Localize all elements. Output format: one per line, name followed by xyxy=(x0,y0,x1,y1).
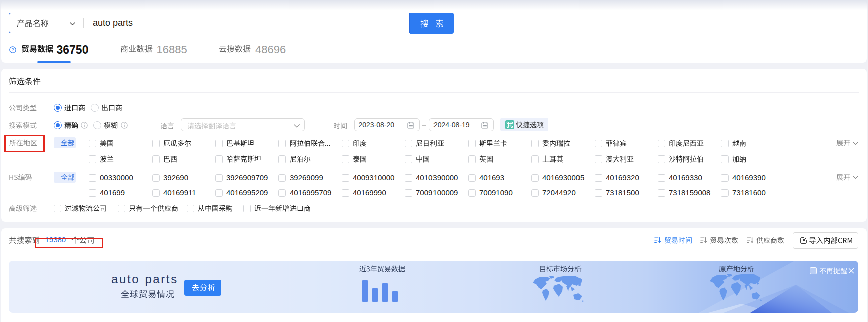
svg-text:?: ? xyxy=(11,47,14,52)
